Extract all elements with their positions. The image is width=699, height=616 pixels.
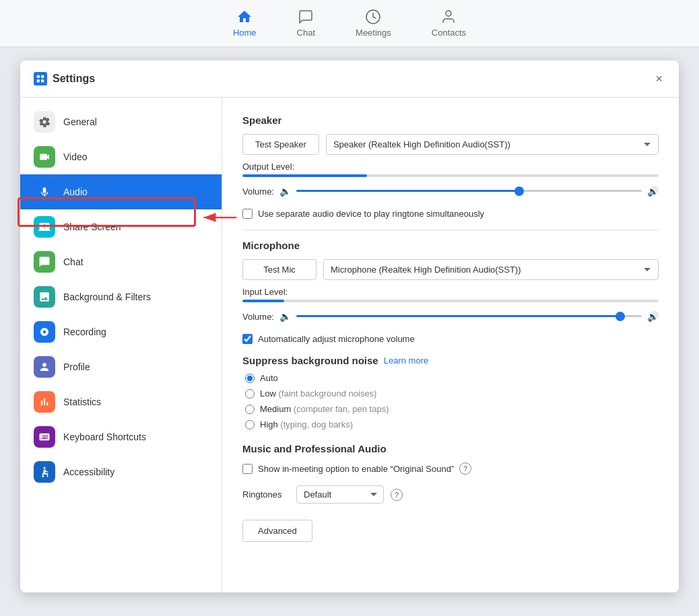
- sidebar-background-label: Background & Filters: [63, 292, 151, 302]
- nav-contacts-label: Contacts: [432, 28, 466, 38]
- chat-icon: [34, 251, 55, 273]
- noise-option-auto[interactable]: Auto: [245, 373, 659, 383]
- auto-adjust-row: Automatically adjust microphone volume: [242, 334, 659, 344]
- input-level-fill: [242, 300, 284, 302]
- sidebar-item-accessibility[interactable]: Accessibility: [20, 454, 222, 489]
- nav-item-home[interactable]: Home: [233, 9, 257, 38]
- speaker-volume-row: Volume: 🔈 🔊: [242, 182, 659, 199]
- speaker-device-select[interactable]: Speaker (Realtek High Definition Audio(S…: [326, 134, 659, 155]
- mic-volume-slider[interactable]: [296, 315, 642, 317]
- output-level-fill: [242, 174, 367, 177]
- meetings-icon: [365, 9, 381, 25]
- dialog-header: Settings ×: [20, 61, 679, 98]
- mic-device-select[interactable]: Microphone (Realtek High Definition Audi…: [323, 259, 659, 280]
- test-mic-button[interactable]: Test Mic: [242, 259, 317, 280]
- noise-high-label: High (typing, dog barks): [260, 419, 353, 430]
- input-level-label: Input Level:: [242, 287, 659, 297]
- noise-radio-high[interactable]: [245, 420, 255, 430]
- svg-rect-5: [41, 79, 44, 82]
- original-sound-help-icon[interactable]: ?: [459, 463, 471, 475]
- sidebar-item-sharescreen[interactable]: Share Screen: [20, 209, 222, 244]
- sidebar-item-background[interactable]: Background & Filters: [20, 279, 222, 314]
- volume-low-icon: 🔈: [279, 186, 291, 197]
- suppress-row: Suppress background noise Learn more: [242, 355, 659, 366]
- nav-meetings-label: Meetings: [356, 28, 391, 38]
- separator-1: [242, 230, 659, 230]
- contacts-icon: [440, 9, 457, 25]
- svg-rect-2: [37, 75, 40, 78]
- sidebar-accessibility-label: Accessibility: [63, 467, 114, 477]
- noise-radio-low[interactable]: [245, 389, 255, 399]
- sidebar-item-statistics[interactable]: Statistics: [20, 384, 222, 419]
- original-sound-label[interactable]: Show in-meeting option to enable “Origin…: [258, 464, 454, 474]
- sharescreen-icon: [34, 216, 55, 238]
- sidebar-item-profile[interactable]: Profile: [20, 349, 222, 384]
- settings-dialog-icon: [34, 72, 47, 85]
- sidebar-recording-label: Recording: [63, 327, 106, 337]
- svg-point-7: [43, 331, 46, 334]
- noise-option-low[interactable]: Low (faint background noises): [245, 388, 659, 399]
- svg-rect-4: [37, 79, 40, 82]
- background-icon: [34, 286, 55, 308]
- sidebar-item-audio[interactable]: Audio: [20, 174, 222, 209]
- auto-adjust-checkbox[interactable]: [242, 334, 253, 344]
- sidebar-sharescreen-label: Share Screen: [63, 221, 121, 232]
- main-area: Settings × General Video: [0, 47, 699, 616]
- mic-volume-label: Volume:: [242, 312, 274, 322]
- mic-volume-row: Volume: 🔈 🔊: [242, 308, 659, 324]
- profile-icon: [34, 356, 55, 378]
- speaker-volume-label: Volume:: [242, 186, 274, 197]
- noise-radio-auto[interactable]: [245, 374, 255, 383]
- noise-radio-medium[interactable]: [245, 405, 255, 414]
- ringtone-checkbox-label[interactable]: Use separate audio device to play ringto…: [258, 209, 484, 219]
- sidebar-item-recording[interactable]: Recording: [20, 314, 222, 349]
- audio-settings-content: Speaker Test Speaker Speaker (Realtek Hi…: [222, 98, 679, 592]
- auto-adjust-label[interactable]: Automatically adjust microphone volume: [258, 334, 415, 344]
- accessibility-icon: [34, 461, 55, 483]
- nav-item-contacts[interactable]: Contacts: [432, 9, 466, 38]
- noise-medium-label: Medium (computer fan, pen taps): [260, 404, 389, 414]
- noise-option-medium[interactable]: Medium (computer fan, pen taps): [245, 404, 659, 414]
- dialog-title-area: Settings: [34, 72, 95, 85]
- general-icon: [34, 111, 55, 133]
- ringtone-checkbox-row: Use separate audio device to play ringto…: [242, 209, 659, 219]
- ringtone-checkbox[interactable]: [242, 209, 253, 219]
- settings-sidebar: General Video Audio: [20, 98, 222, 592]
- learn-more-link[interactable]: Learn more: [384, 355, 428, 366]
- suppress-title: Suppress background noise: [242, 355, 378, 366]
- sidebar-item-video[interactable]: Video: [20, 139, 222, 174]
- noise-radio-group: Auto Low (faint background noises) Mediu…: [242, 373, 659, 430]
- noise-low-label: Low (faint background noises): [260, 388, 376, 399]
- test-speaker-button[interactable]: Test Speaker: [242, 134, 319, 155]
- sidebar-statistics-label: Statistics: [63, 397, 101, 407]
- ringtone-row: Ringtones Default ?: [242, 485, 659, 504]
- nav-item-chat[interactable]: Chat: [297, 9, 315, 38]
- advanced-button[interactable]: Advanced: [242, 520, 312, 542]
- ringtone-help-icon[interactable]: ?: [391, 489, 403, 501]
- svg-rect-3: [41, 75, 44, 78]
- music-section: Music and Professional Audio Show in-mee…: [242, 443, 659, 475]
- nav-item-meetings[interactable]: Meetings: [356, 9, 391, 38]
- microphone-section-title: Microphone: [242, 240, 659, 251]
- chat-nav-icon: [298, 9, 314, 25]
- sidebar-item-keyboard[interactable]: Keyboard Shortcuts: [20, 419, 222, 454]
- sidebar-profile-label: Profile: [63, 362, 90, 372]
- output-level-bar: [242, 174, 659, 177]
- recording-icon: [34, 321, 55, 343]
- mic-volume-high-icon: 🔊: [647, 311, 659, 322]
- original-sound-checkbox[interactable]: [242, 464, 253, 474]
- sidebar-item-chat[interactable]: Chat: [20, 244, 222, 279]
- close-button[interactable]: ×: [653, 70, 665, 88]
- speaker-volume-slider[interactable]: [296, 190, 642, 192]
- volume-high-icon: 🔊: [647, 186, 659, 197]
- ringtone-select[interactable]: Default: [296, 485, 384, 504]
- sidebar-item-general[interactable]: General: [20, 104, 222, 139]
- sidebar-audio-label: Audio: [63, 186, 88, 197]
- noise-auto-label: Auto: [260, 373, 278, 383]
- noise-option-high[interactable]: High (typing, dog barks): [245, 419, 659, 430]
- keyboard-icon: [34, 426, 55, 448]
- nav-chat-label: Chat: [297, 28, 315, 38]
- mic-controls-row: Test Mic Microphone (Realtek High Defini…: [242, 259, 659, 280]
- top-navigation: Home Chat Meetings Contacts: [0, 0, 699, 47]
- original-sound-row: Show in-meeting option to enable “Origin…: [242, 463, 659, 475]
